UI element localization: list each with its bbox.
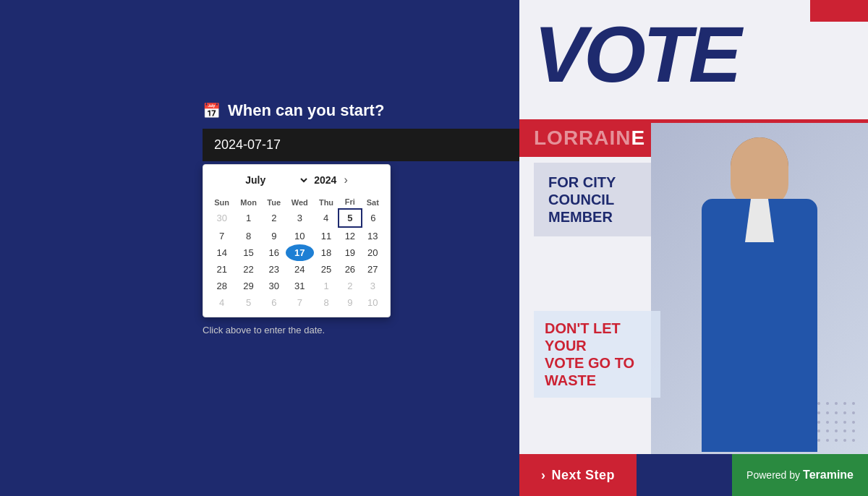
dot [843,421,846,424]
dot [852,411,855,414]
cal-day-cell[interactable]: 24 [286,261,314,278]
powered-by-label: Powered by [746,469,800,481]
cal-day-cell[interactable]: 3 [362,278,384,294]
dot [852,421,855,424]
red-accent-top [810,0,868,22]
hint-text: Click above to enter the date. [203,325,521,335]
dot [826,402,829,405]
dots-pattern-bottom [817,402,861,445]
cal-day-cell[interactable]: 26 [339,261,361,278]
cal-day-cell[interactable]: 9 [339,294,361,311]
dot [843,429,846,432]
cal-day-cell[interactable]: 6 [362,209,384,227]
dot [817,402,820,405]
cal-day-header: Fri [339,195,361,209]
cal-day-cell[interactable]: 15 [234,244,262,261]
dot [826,439,829,442]
council-line3: MEMBER [548,209,613,225]
cal-day-cell[interactable]: 9 [263,227,286,244]
dot [852,439,855,442]
cal-day-cell[interactable]: 10 [362,294,384,311]
waste-box: DON'T LET YOUR VOTE GO TO WASTE [534,311,660,398]
left-panel: 📅 When can you start? 2024-07-17 i Janua… [0,0,519,496]
next-month-button[interactable]: › [341,174,350,187]
cal-day-cell[interactable]: 2 [263,209,286,227]
cal-day-cell[interactable]: 30 [263,278,286,294]
cal-day-cell[interactable]: 8 [314,294,339,311]
cal-day-cell[interactable]: 19 [339,244,361,261]
powered-by: Powered by Teramine [732,454,868,496]
cal-day-cell[interactable]: 3 [286,209,314,227]
form-container: 📅 When can you start? 2024-07-17 i Janua… [203,101,521,335]
cal-day-cell[interactable]: 27 [362,261,384,278]
name-muted: LORRAIN [534,127,631,149]
question-text: When can you start? [228,101,384,120]
dot [852,429,855,432]
right-panel: VOTE LORRAINE ALBERTS FOR CITY COUNCIL M… [519,0,868,496]
calendar-popup: JanuaryFebruaryMarch AprilMayJune JulyAu… [203,164,391,317]
cal-day-cell[interactable]: 31 [286,278,314,294]
cal-day-cell[interactable]: 8 [234,227,262,244]
waste-line3: VOTE GO TO [545,355,634,371]
cal-day-cell[interactable]: 23 [263,261,286,278]
council-text: FOR CITY COUNCIL MEMBER [548,174,650,226]
cal-day-cell[interactable]: 1 [234,209,262,227]
bottom-bar: › Next Step Powered by Teramine [519,454,868,496]
dot [817,439,820,442]
cal-day-cell[interactable]: 20 [362,244,384,261]
dot [817,411,820,414]
cal-day-header: Thu [314,195,339,209]
waste-text: DON'T LET YOUR VOTE GO TO WASTE [545,320,650,389]
question-label: 📅 When can you start? [203,101,521,120]
council-line1: FOR CITY [548,174,616,190]
cal-day-header: Sun [209,195,234,209]
cal-day-cell[interactable]: 30 [209,209,234,227]
cal-day-header: Tue [263,195,286,209]
cal-day-cell[interactable]: 5 [234,294,262,311]
cal-day-cell[interactable]: 4 [209,294,234,311]
cal-day-header: Mon [234,195,262,209]
cal-day-cell[interactable]: 28 [209,278,234,294]
dot [852,402,855,405]
cal-day-cell[interactable]: 13 [362,227,384,244]
cal-day-cell[interactable]: 16 [263,244,286,261]
dot [826,411,829,414]
dot [817,429,820,432]
dot [817,421,820,424]
dot [835,439,838,442]
cal-day-cell[interactable]: 7 [209,227,234,244]
dot [835,421,838,424]
next-step-arrow: › [541,468,546,483]
dot [826,421,829,424]
dot [843,411,846,414]
brand-name: Teramine [803,469,854,482]
calendar-header: JanuaryFebruaryMarch AprilMayJune JulyAu… [209,171,384,189]
cal-day-cell[interactable]: 25 [314,261,339,278]
cal-day-cell[interactable]: 1 [314,278,339,294]
cal-day-cell[interactable]: 10 [286,227,314,244]
cal-day-cell[interactable]: 18 [314,244,339,261]
cal-day-header: Sat [362,195,384,209]
cal-day-cell[interactable]: 7 [286,294,314,311]
next-step-label: Next Step [552,468,616,483]
month-select[interactable]: JanuaryFebruaryMarch AprilMayJune JulyAu… [242,174,310,187]
cal-day-cell[interactable]: 11 [314,227,339,244]
cal-day-cell[interactable]: 29 [234,278,262,294]
dot [835,429,838,432]
cal-day-cell[interactable]: 5 [339,209,361,227]
dot [835,402,838,405]
cal-day-cell[interactable]: 4 [314,209,339,227]
cal-day-cell[interactable]: 21 [209,261,234,278]
cal-day-cell[interactable]: 22 [234,261,262,278]
next-step-button[interactable]: › Next Step [519,454,637,496]
cal-day-cell[interactable]: 12 [339,227,361,244]
calendar-grid: SunMonTueWedThuFriSat 301234567891011121… [209,195,384,311]
vote-text: VOTE [534,14,739,94]
cal-day-cell[interactable]: 6 [263,294,286,311]
cal-day-cell[interactable]: 2 [339,278,361,294]
dot [843,439,846,442]
waste-line2: YOUR [545,338,587,354]
cal-day-cell[interactable]: 14 [209,244,234,261]
cal-day-cell[interactable]: 17 [286,244,314,261]
council-box: FOR CITY COUNCIL MEMBER [534,163,664,236]
